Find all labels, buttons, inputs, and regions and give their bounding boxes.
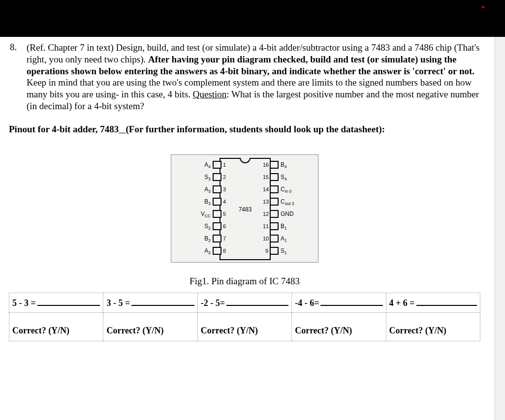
question-text-ul: Question bbox=[193, 89, 227, 99]
question-body: (Ref. Chapter 7 in text) Design, build, … bbox=[27, 42, 480, 112]
ic-diagram: 7483 A4 1 S3 2 A3 3 B3 4 bbox=[171, 154, 318, 263]
op-cell-1: 5 - 3 = bbox=[9, 293, 103, 313]
pin-right-13: 13 Cout 3 bbox=[263, 197, 296, 207]
correct-cell-1: Correct? (Y/N) bbox=[9, 313, 103, 341]
pin-box-icon bbox=[213, 247, 221, 255]
pin-left-3: A3 3 bbox=[195, 184, 228, 194]
figure-caption: Fig1. Pin diagram of IC 7483 bbox=[9, 276, 480, 287]
pin-box-icon bbox=[213, 161, 221, 169]
table-row: Correct? (Y/N) Correct? (Y/N) Correct? (… bbox=[9, 313, 480, 341]
correct-cell-5: Correct? (Y/N) bbox=[386, 313, 480, 341]
pin-right-12: 12 GND bbox=[263, 209, 296, 219]
pin-left-2: S3 2 bbox=[195, 172, 228, 182]
window-top-bar bbox=[0, 0, 505, 37]
recording-indicator-icon bbox=[482, 6, 484, 8]
pin-box-icon bbox=[270, 161, 279, 169]
pin-box-icon bbox=[213, 222, 221, 230]
pin-box-icon bbox=[213, 198, 221, 206]
operations-table: 5 - 3 = 3 - 5 = -2 - 5= -4 - 6= 4 + 6 = … bbox=[9, 293, 480, 342]
answer-blank bbox=[131, 297, 194, 306]
pin-box-icon bbox=[270, 198, 279, 206]
pinout-heading-b: (For further information, students shoul… bbox=[126, 124, 385, 134]
op-cell-5: 4 + 6 = bbox=[386, 293, 480, 313]
op-cell-4: -4 - 6= bbox=[292, 293, 386, 313]
pin-box-icon bbox=[270, 173, 279, 181]
pin-box-icon bbox=[213, 210, 221, 218]
pin-box-icon bbox=[270, 247, 279, 255]
correct-cell-3: Correct? (Y/N) bbox=[197, 313, 291, 341]
pin-left-5: VCC 5 bbox=[195, 209, 228, 219]
question-row: 8. (Ref. Chapter 7 in text) Design, buil… bbox=[9, 42, 480, 112]
pin-box-icon bbox=[213, 235, 221, 242]
pin-right-9: 9 S1 bbox=[263, 246, 296, 256]
pin-box-icon bbox=[213, 173, 221, 181]
question-number: 8. bbox=[9, 42, 27, 112]
scrollbar-gutter[interactable] bbox=[495, 37, 505, 420]
document-page: 8. (Ref. Chapter 7 in text) Design, buil… bbox=[0, 37, 495, 420]
pin-box-icon bbox=[270, 222, 279, 230]
answer-blank bbox=[416, 297, 477, 306]
pin-right-11: 11 B1 bbox=[263, 221, 296, 231]
pin-box-icon bbox=[270, 235, 279, 242]
answer-blank bbox=[226, 297, 288, 306]
pin-left-6: S2 6 bbox=[195, 221, 228, 231]
pin-box-icon bbox=[270, 210, 279, 218]
pin-left-1: A4 1 bbox=[195, 160, 228, 170]
op-cell-3: -2 - 5= bbox=[197, 293, 291, 313]
pin-right-16: 16 B4 bbox=[263, 160, 296, 170]
pin-right-10: 10 A1 bbox=[263, 234, 296, 243]
pin-box-icon bbox=[213, 185, 221, 193]
answer-blank bbox=[320, 297, 382, 306]
pin-box-icon bbox=[270, 185, 279, 193]
correct-cell-4: Correct? (Y/N) bbox=[292, 313, 386, 341]
pin-right-15: 15 S4 bbox=[263, 172, 296, 182]
pin-left-7: B2 7 bbox=[195, 234, 228, 243]
table-row: 5 - 3 = 3 - 5 = -2 - 5= -4 - 6= 4 + 6 = bbox=[9, 293, 480, 313]
pin-left-8: A2 8 bbox=[195, 246, 228, 256]
ic-notch-icon bbox=[240, 158, 251, 163]
ic-diagram-wrapper: 7483 A4 1 S3 2 A3 3 B3 4 bbox=[9, 154, 480, 265]
pinout-heading-a: Pinout for 4-bit adder, 7483 bbox=[9, 124, 119, 134]
pinout-heading: Pinout for 4-bit adder, 7483 (For furthe… bbox=[9, 124, 480, 135]
ic-center-label: 7483 bbox=[239, 206, 252, 213]
pin-left-4: B3 4 bbox=[195, 197, 228, 207]
pin-right-14: 14 Cin 0 bbox=[263, 184, 296, 194]
correct-cell-2: Correct? (Y/N) bbox=[103, 313, 197, 341]
op-cell-2: 3 - 5 = bbox=[103, 293, 197, 313]
answer-blank bbox=[37, 297, 100, 306]
